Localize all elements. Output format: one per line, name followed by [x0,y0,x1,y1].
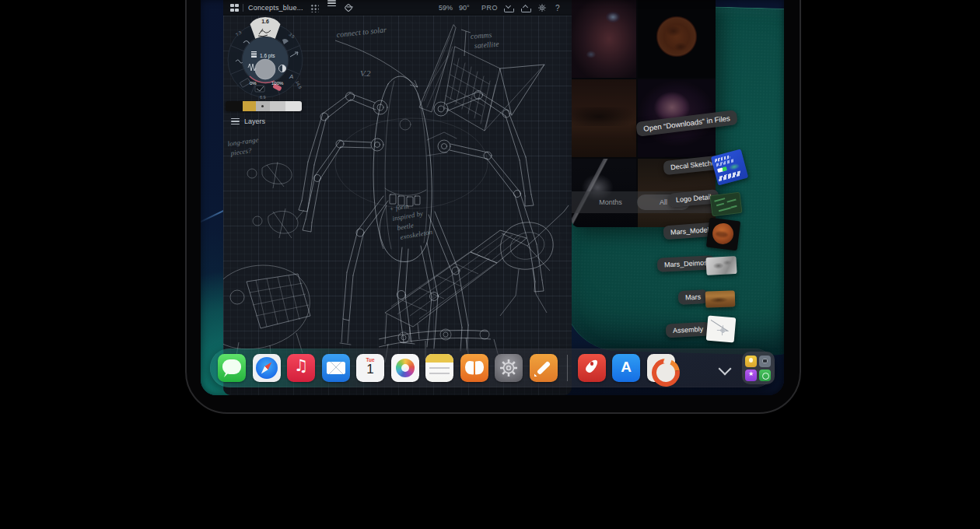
drag-thumb-mars-deimos [705,256,737,275]
drag-label-mars: Mars [678,289,709,305]
drag-thumb-mars [705,290,736,307]
drag-thumb-logo-detail [710,192,743,217]
drag-thumb-assembly [706,315,737,342]
ipad-screen: connect to solar comms satellite V.2 lon… [201,0,784,395]
drag-thumb-mars-model [706,218,740,251]
drag-action-label: Open “Downloads” in Files [635,110,737,137]
drag-layer: Open “Downloads” in Files Decal Sketches… [201,0,784,395]
drag-thumb-decal-sketches [711,149,748,185]
drag-label-assembly: Assembly [666,322,711,338]
